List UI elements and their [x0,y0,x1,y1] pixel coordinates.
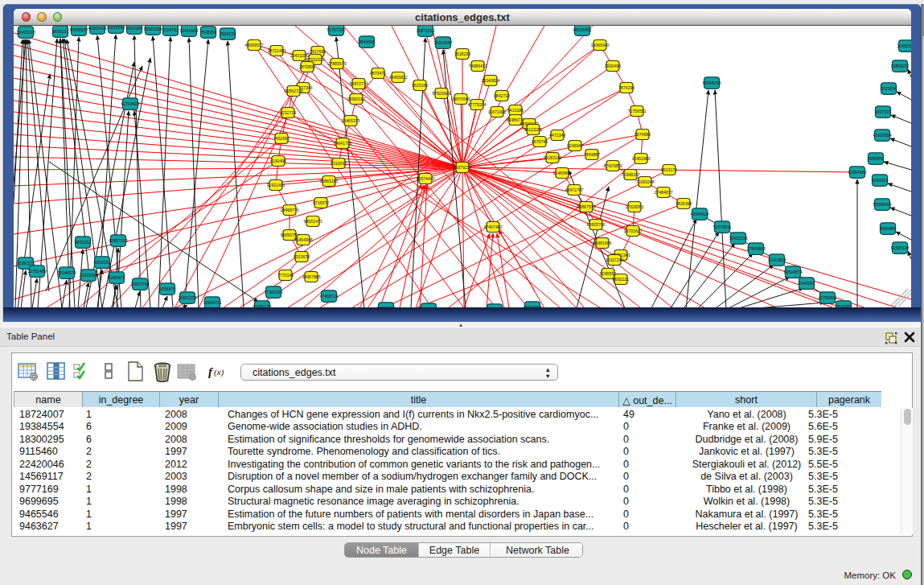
svg-text:8613171: 8613171 [661,167,677,171]
svg-text:3990490: 3990490 [605,63,621,68]
svg-text:93534874: 93534874 [783,269,802,274]
svg-text:21465840: 21465840 [552,170,571,175]
svg-text:5045562: 5045562 [600,270,616,275]
svg-text:6025634: 6025634 [881,85,897,90]
svg-text:8849696: 8849696 [359,39,375,43]
svg-text:(x): (x) [214,367,224,377]
svg-text:38346578: 38346578 [57,270,76,274]
svg-text:87603669: 87603669 [432,90,450,95]
svg-text:95931034: 95931034 [143,26,162,31]
svg-text:7648350: 7648350 [200,29,216,34]
svg-text:0679740: 0679740 [532,138,548,143]
svg-text:15451680: 15451680 [631,155,650,160]
svg-text:9232719: 9232719 [280,109,296,114]
svg-text:65648236: 65648236 [702,80,721,84]
svg-text:10651333: 10651333 [178,295,196,299]
svg-text:27028951: 27028951 [625,204,643,208]
svg-text:7917693: 7917693 [310,48,326,53]
svg-text:55698169: 55698169 [873,201,891,206]
svg-text:49972787: 49972787 [565,187,583,192]
svg-text:27849808: 27849808 [746,245,765,250]
svg-text:5183473: 5183473 [109,274,125,279]
svg-text:43455812: 43455812 [388,74,407,79]
svg-text:87603859: 87603859 [603,163,622,167]
svg-text:27889579: 27889579 [327,60,346,65]
svg-text:62704828: 62704828 [121,101,139,105]
svg-text:9413186: 9413186 [507,107,524,112]
svg-text:9600133: 9600133 [52,28,68,33]
svg-text:38721489: 38721489 [267,47,285,52]
svg-text:7874296: 7874296 [618,84,634,89]
svg-text:43699577: 43699577 [244,42,263,47]
svg-text:4471349: 4471349 [549,132,565,137]
svg-text:32871012: 32871012 [416,27,434,32]
svg-text:7816184: 7816184 [126,26,142,31]
svg-text:27484677: 27484677 [654,189,672,194]
svg-text:35454948: 35454948 [294,237,312,241]
svg-text:06990162: 06990162 [347,96,365,101]
svg-text:51079911: 51079911 [713,224,732,229]
svg-text:13315098: 13315098 [79,272,97,277]
svg-text:71756551: 71756551 [627,108,646,113]
svg-text:35240824: 35240824 [481,77,499,82]
svg-text:4190496: 4190496 [270,158,286,163]
svg-text:26916697: 26916697 [433,39,452,44]
svg-text:42786801: 42786801 [818,295,836,299]
svg-text:09670546: 09670546 [451,96,470,101]
svg-text:20465375: 20465375 [341,117,359,122]
svg-text:77360260: 77360260 [264,289,282,294]
svg-text:5674680: 5674680 [634,131,651,136]
svg-text:16117240: 16117240 [606,257,624,262]
svg-text:3623166: 3623166 [412,82,428,87]
svg-text:47407482: 47407482 [483,224,502,229]
svg-text:45961586: 45961586 [593,240,611,245]
svg-text:40265423: 40265423 [88,26,106,31]
svg-text:58867533: 58867533 [577,204,595,208]
svg-text:47775204: 47775204 [467,101,486,106]
svg-text:f: f [208,365,214,378]
svg-text:9301031: 9301031 [94,259,110,264]
svg-text:12411824: 12411824 [768,257,786,262]
svg-text:71093248: 71093248 [635,179,654,183]
svg-text:63605766: 63605766 [586,221,605,226]
svg-text:94531473: 94531473 [303,218,322,223]
svg-text:67632016: 67632016 [306,56,324,61]
svg-text:47468723: 47468723 [319,293,338,298]
svg-text:53419283: 53419283 [179,27,198,32]
svg-text:64641708: 64641708 [333,140,351,145]
svg-text:70348247: 70348247 [621,171,639,176]
svg-text:43534624: 43534624 [690,211,708,216]
svg-text:61595148: 61595148 [890,245,909,249]
svg-text:53767242: 53767242 [326,27,345,31]
svg-text:20450533: 20450533 [897,43,911,47]
svg-text:1607337: 1607337 [875,109,891,113]
svg-text:4586850: 4586850 [868,155,884,160]
svg-text:1656670: 1656670 [159,286,175,290]
svg-text:3164752: 3164752 [162,27,179,31]
svg-text:4060883: 4060883 [880,225,896,230]
svg-text:4873471: 4873471 [370,70,386,75]
svg-text:29973763: 29973763 [130,281,149,286]
svg-text:2870831: 2870831 [299,64,315,68]
svg-text:5310033: 5310033 [331,160,347,165]
svg-text:15869232: 15869232 [890,63,909,68]
svg-text:7452991: 7452991 [273,135,290,140]
svg-text:18702621: 18702621 [623,228,642,233]
svg-text:05865185: 05865185 [319,178,338,183]
svg-text:30391171: 30391171 [17,260,35,265]
svg-text:43303654: 43303654 [873,132,891,137]
svg-text:4893252: 4893252 [75,239,91,244]
svg-text:11671902: 11671902 [488,109,507,113]
svg-text:69379237: 69379237 [453,164,471,169]
svg-text:34957885: 34957885 [302,274,320,278]
svg-text:90838637: 90838637 [69,27,88,31]
svg-text:85574443: 85574443 [416,175,434,180]
svg-text:72624731: 72624731 [203,299,221,304]
svg-text:22782489: 22782489 [27,268,46,273]
svg-text:80957015: 80957015 [109,237,127,242]
svg-text:48018451: 48018451 [573,27,591,31]
svg-text:36183242: 36183242 [543,154,561,159]
svg-text:0842710: 0842710 [494,93,510,97]
svg-text:62994680: 62994680 [848,169,866,174]
svg-text:7826398: 7826398 [676,200,692,205]
